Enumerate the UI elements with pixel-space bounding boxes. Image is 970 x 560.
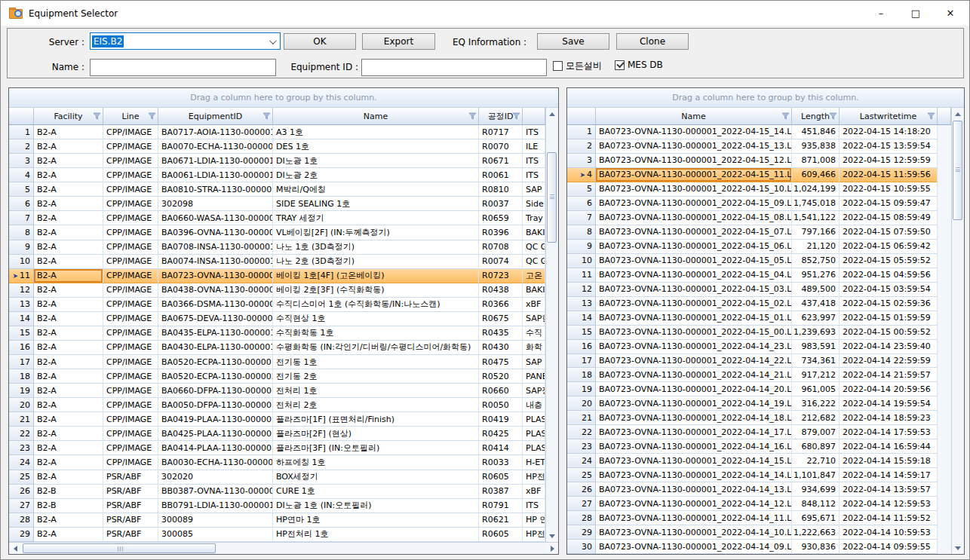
- facility-cell[interactable]: B2-A: [34, 412, 103, 427]
- table-row[interactable]: 27B2-BPSR/ABFBB0791-LDIA-1130-000001DI노광…: [9, 499, 545, 513]
- lastwritetime-cell[interactable]: 2022-04-15 05:59:52: [840, 254, 938, 268]
- row-indicator-cell[interactable]: 20: [9, 398, 34, 412]
- row-indicator-cell[interactable]: 15: [567, 326, 596, 340]
- equipment-id-cell[interactable]: BA0708-INSA-1130-000001: [158, 240, 273, 255]
- row-indicator-cell[interactable]: 17: [567, 354, 596, 369]
- table-row[interactable]: 10B2-ACPP/IMAGEBA0074-INSA-1130-000001나노…: [9, 255, 545, 269]
- row-indicator-cell[interactable]: 22: [9, 427, 34, 441]
- name-cell[interactable]: DI노광 2호: [273, 168, 479, 182]
- facility-cell[interactable]: B2-B: [34, 499, 103, 513]
- table-row[interactable]: 28B2-APSR/ABF300089HP연마 1호R0621HP 연: [9, 513, 545, 528]
- facility-cell[interactable]: B2-A: [34, 225, 103, 240]
- name-cell[interactable]: BA0723-OVNA-1130-000001_2022-04-14_10.Lo…: [596, 525, 792, 540]
- row-indicator-cell[interactable]: 29: [9, 528, 34, 542]
- line-cell[interactable]: CPP/IMAGE: [103, 139, 158, 154]
- scrollbar-thumb[interactable]: ☰: [547, 152, 557, 243]
- row-indicator-cell[interactable]: 26: [567, 482, 596, 497]
- length-cell[interactable]: 1,222,663: [792, 525, 840, 540]
- scroll-down-icon[interactable]: [952, 542, 964, 554]
- row-indicator-cell[interactable]: ➤4: [567, 168, 596, 182]
- length-cell[interactable]: 934,699: [792, 482, 840, 497]
- extra-cell[interactable]: QC G: [523, 255, 545, 269]
- name-cell[interactable]: BA0723-OVNA-1130-000001_2022-04-14_14.Lo…: [596, 468, 792, 482]
- facility-cell[interactable]: B2-A: [34, 455, 103, 470]
- length-cell[interactable]: 930,836: [792, 540, 840, 554]
- equipment-id-cell[interactable]: BA0366-DSMA-1130-000001: [158, 298, 273, 312]
- lastwritetime-cell[interactable]: 2022-04-15 10:59:55: [840, 182, 938, 197]
- name-cell[interactable]: BOX세정기: [273, 470, 479, 485]
- line-cell[interactable]: CPP/IMAGE: [103, 225, 158, 240]
- equipment-id-cell[interactable]: 302098: [158, 197, 273, 211]
- name-cell[interactable]: BA0723-OVNA-1130-000001_2022-04-14_11.Lo…: [596, 511, 792, 525]
- minimize-icon[interactable]: –: [864, 1, 898, 26]
- checkbox-box-icon[interactable]: [553, 61, 563, 71]
- lastwritetime-cell[interactable]: 2022-04-15 00:59:52: [840, 326, 938, 340]
- name-cell[interactable]: BA0723-OVNA-1130-000001_2022-04-15_13.Lo…: [596, 139, 792, 154]
- process-id-cell[interactable]: R0396: [479, 225, 523, 240]
- line-cell[interactable]: CPP/IMAGE: [103, 412, 158, 427]
- table-row[interactable]: 13B2-ACPP/IMAGEBA0366-DSMA-1130-000001수직…: [9, 298, 545, 312]
- extra-cell[interactable]: SAP현: [523, 312, 545, 326]
- lastwritetime-cell[interactable]: 2022-04-14 17:59:53: [840, 425, 938, 439]
- name-cell[interactable]: VL베이킹[2F] (IN:두께측정기): [273, 225, 479, 240]
- line-cell[interactable]: CPP/IMAGE: [103, 298, 158, 312]
- row-indicator-cell[interactable]: 12: [567, 283, 596, 297]
- lastwritetime-cell[interactable]: 2022-04-15 11:59:56: [840, 168, 938, 182]
- column-header-lastwritetime[interactable]: Lastwritetime: [840, 108, 938, 124]
- close-icon[interactable]: ✕: [933, 1, 968, 26]
- table-row[interactable]: 19B2-ACPP/IMAGEBA0660-DFPA-1130-000001전처…: [9, 384, 545, 398]
- name-cell[interactable]: BA0723-OVNA-1130-000001_2022-04-14_18.Lo…: [596, 411, 792, 425]
- row-indicator-cell[interactable]: 26: [9, 485, 34, 499]
- row-indicator-cell[interactable]: 16: [9, 341, 34, 355]
- table-row[interactable]: 18B2-ACPP/IMAGEBA0520-ECPA-1130-000002전기…: [9, 369, 545, 384]
- table-row[interactable]: 8BA0723-OVNA-1130-000001_2022-04-15_07.L…: [567, 225, 951, 240]
- process-id-cell[interactable]: R0366: [479, 298, 523, 312]
- length-cell[interactable]: 1,101,847: [792, 468, 840, 482]
- equipment-id-cell[interactable]: BA0723-OVNA-1130-000001: [158, 269, 273, 283]
- extra-cell[interactable]: QC G: [523, 240, 545, 255]
- save-button[interactable]: Save: [537, 33, 609, 50]
- length-cell[interactable]: 871,008: [792, 154, 840, 168]
- clone-button[interactable]: Clone: [616, 33, 689, 50]
- name-cell[interactable]: SIDE SEALING 1호: [273, 197, 479, 211]
- length-cell[interactable]: 623,997: [792, 311, 840, 326]
- name-input[interactable]: [90, 59, 276, 76]
- name-cell[interactable]: 전처리 1호: [273, 384, 479, 398]
- ok-button[interactable]: OK: [284, 33, 356, 50]
- extra-cell[interactable]: Side: [523, 197, 545, 211]
- table-row[interactable]: 14BA0723-OVNA-1130-000001_2022-04-15_01.…: [567, 311, 951, 326]
- name-cell[interactable]: BA0723-OVNA-1130-000001_2022-04-15_07.Lo…: [596, 225, 792, 240]
- line-cell[interactable]: CPP/IMAGE: [103, 355, 158, 369]
- vertical-scrollbar[interactable]: ☰: [951, 108, 964, 554]
- row-indicator-cell[interactable]: 11: [567, 268, 596, 283]
- extra-cell[interactable]: HP전: [523, 528, 545, 542]
- table-row[interactable]: 3B2-ACPP/IMAGEBA0671-LDIA-1130-000001DI노…: [9, 154, 545, 168]
- table-row[interactable]: 19BA0723-OVNA-1130-000001_2022-04-14_20.…: [567, 382, 951, 396]
- equipment-id-cell[interactable]: BA0520-ECPA-1130-000001: [158, 355, 273, 369]
- facility-cell[interactable]: B2-A: [34, 355, 103, 369]
- length-cell[interactable]: 212,682: [792, 411, 840, 425]
- table-row[interactable]: 26B2-BPSR/ABFBB0387-OVNA-1130-000001CURE…: [9, 485, 545, 499]
- name-cell[interactable]: BA0723-OVNA-1130-000001_2022-04-14_20.Lo…: [596, 382, 792, 396]
- name-cell[interactable]: A3 1호: [273, 125, 479, 139]
- lastwritetime-cell[interactable]: 2022-04-14 12:59:53: [840, 497, 938, 511]
- equipment-id-cell[interactable]: BA0430-ELPA-1130-000001: [158, 341, 273, 355]
- row-indicator-cell[interactable]: 18: [9, 369, 34, 384]
- line-cell[interactable]: CPP/IMAGE: [103, 197, 158, 211]
- row-indicator-cell[interactable]: 5: [567, 182, 596, 197]
- row-indicator-cell[interactable]: 28: [567, 511, 596, 525]
- table-row[interactable]: 21B2-ACPP/IMAGEBA0419-PLAA-1130-000001플라…: [9, 412, 545, 427]
- lastwritetime-cell[interactable]: 2022-04-15 04:59:56: [840, 268, 938, 283]
- process-id-cell[interactable]: R0074: [479, 255, 523, 269]
- table-row[interactable]: 23BA0723-OVNA-1130-000001_2022-04-14_16.…: [567, 439, 951, 454]
- row-indicator-cell[interactable]: 8: [9, 225, 34, 240]
- length-cell[interactable]: 437,418: [792, 297, 840, 311]
- line-cell[interactable]: CPP/IMAGE: [103, 441, 158, 455]
- row-indicator-cell[interactable]: 20: [567, 396, 596, 411]
- equipment-id-cell[interactable]: BA0671-LDIA-1130-000001: [158, 154, 273, 168]
- extra-cell[interactable]: PLAS: [523, 441, 545, 455]
- facility-cell[interactable]: B2-A: [34, 211, 103, 225]
- table-row[interactable]: 17BA0723-OVNA-1130-000001_2022-04-14_22.…: [567, 354, 951, 369]
- column-header-name[interactable]: Name: [596, 108, 792, 124]
- length-cell[interactable]: 1,024,199: [792, 182, 840, 197]
